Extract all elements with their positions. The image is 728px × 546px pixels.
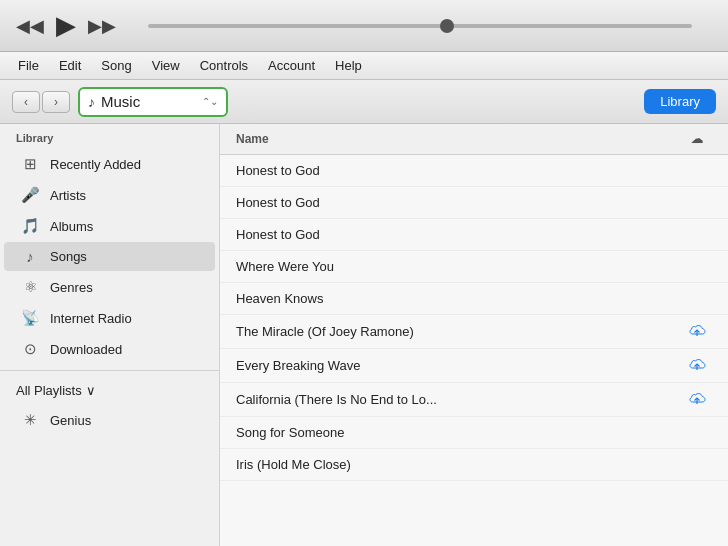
menu-view[interactable]: View [144,56,188,75]
internet-radio-icon: 📡 [20,309,40,327]
track-name: The Miracle (Of Joey Ramone) [236,324,674,339]
progress-thumb [440,19,454,33]
sidebar-label-genres: Genres [50,280,93,295]
track-name: California (There Is No End to Lo... [236,392,674,407]
recently-added-icon: ⊞ [20,155,40,173]
track-name: Honest to God [236,227,674,242]
table-row[interactable]: The Miracle (Of Joey Ramone) [220,315,728,349]
sidebar-item-internet-radio[interactable]: 📡 Internet Radio [4,303,215,333]
sidebar-divider [0,370,219,371]
track-cloud-icon [682,323,712,340]
library-button[interactable]: Library [644,89,716,114]
nav-bar: ‹ › ♪ Music ⌃⌄ Library [0,80,728,124]
sidebar-label-albums: Albums [50,219,93,234]
track-name: Honest to God [236,163,674,178]
main-area: Library ⊞ Recently Added 🎤 Artists 🎵 Alb… [0,124,728,546]
sidebar-label-internet-radio: Internet Radio [50,311,132,326]
rewind-button[interactable]: ◀◀ [16,15,44,37]
table-row[interactable]: Honest to God [220,187,728,219]
play-button[interactable]: ▶ [56,10,76,41]
music-selector-label: Music [101,93,196,110]
table-row[interactable]: Heaven Knows [220,283,728,315]
content-area: Name ☁ Honest to GodHonest to GodHonest … [220,124,728,546]
menu-account[interactable]: Account [260,56,323,75]
progress-track[interactable] [148,24,692,28]
all-playlists-label: All Playlists [16,383,82,398]
sidebar-label-songs: Songs [50,249,87,264]
play-icon: ▶ [56,10,76,41]
music-note-icon: ♪ [88,94,95,110]
albums-icon: 🎵 [20,217,40,235]
all-playlists[interactable]: All Playlists ∨ [0,377,219,404]
selector-chevron-icon: ⌃⌄ [202,96,218,107]
sidebar-label-downloaded: Downloaded [50,342,122,357]
sidebar-label-artists: Artists [50,188,86,203]
track-list: Honest to GodHonest to GodHonest to GodW… [220,155,728,481]
track-name: Honest to God [236,195,674,210]
track-name: Heaven Knows [236,291,674,306]
forward-button[interactable]: ▶▶ [88,15,116,37]
sidebar-item-downloaded[interactable]: ⊙ Downloaded [4,334,215,364]
sidebar-label-genius: Genius [50,413,91,428]
column-cloud-header: ☁ [682,132,712,146]
sidebar: Library ⊞ Recently Added 🎤 Artists 🎵 Alb… [0,124,220,546]
track-name: Iris (Hold Me Close) [236,457,674,472]
library-section-title: Library [0,124,219,148]
genius-icon: ✳ [20,411,40,429]
artists-icon: 🎤 [20,186,40,204]
track-cloud-icon [682,391,712,408]
menu-edit[interactable]: Edit [51,56,89,75]
table-row[interactable]: Song for Someone [220,417,728,449]
nav-forward-button[interactable]: › [42,91,70,113]
track-name: Where Were You [236,259,674,274]
sidebar-item-genius[interactable]: ✳ Genius [4,405,215,435]
menu-song[interactable]: Song [93,56,139,75]
nav-back-button[interactable]: ‹ [12,91,40,113]
sidebar-label-recently-added: Recently Added [50,157,141,172]
table-row[interactable]: Where Were You [220,251,728,283]
sidebar-item-genres[interactable]: ⚛ Genres [4,272,215,302]
table-row[interactable]: Honest to God [220,155,728,187]
songs-icon: ♪ [20,248,40,265]
menu-help[interactable]: Help [327,56,370,75]
table-row[interactable]: Every Breaking Wave [220,349,728,383]
rewind-icon: ◀◀ [16,15,44,37]
sidebar-item-albums[interactable]: 🎵 Albums [4,211,215,241]
genres-icon: ⚛ [20,278,40,296]
sidebar-item-recently-added[interactable]: ⊞ Recently Added [4,149,215,179]
forward-icon: ▶▶ [88,15,116,37]
table-row[interactable]: Honest to God [220,219,728,251]
track-cloud-icon [682,357,712,374]
column-name-header: Name [236,132,674,146]
track-name: Song for Someone [236,425,674,440]
track-name: Every Breaking Wave [236,358,674,373]
downloaded-icon: ⊙ [20,340,40,358]
music-selector[interactable]: ♪ Music ⌃⌄ [78,87,228,117]
content-header: Name ☁ [220,124,728,155]
sidebar-item-artists[interactable]: 🎤 Artists [4,180,215,210]
menu-controls[interactable]: Controls [192,56,256,75]
sidebar-item-songs[interactable]: ♪ Songs [4,242,215,271]
menu-bar: File Edit Song View Controls Account Hel… [0,52,728,80]
playlists-chevron-icon: ∨ [86,383,96,398]
table-row[interactable]: Iris (Hold Me Close) [220,449,728,481]
menu-file[interactable]: File [10,56,47,75]
table-row[interactable]: California (There Is No End to Lo... [220,383,728,417]
transport-bar: ◀◀ ▶ ▶▶ [0,0,728,52]
nav-arrows: ‹ › [12,91,70,113]
